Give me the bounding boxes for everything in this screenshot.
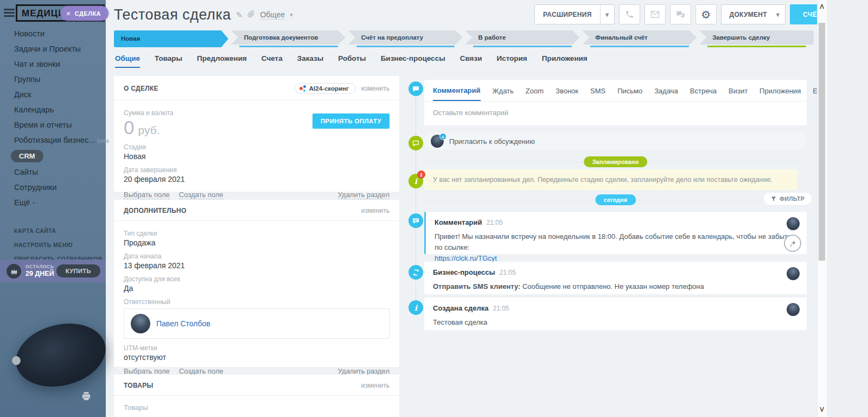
comment-input[interactable]: Оставьте комментарий (424, 102, 807, 125)
sidebar-item-more[interactable]: Ещё - (0, 195, 106, 210)
stage-new[interactable]: Новая (114, 30, 228, 47)
stage-final-invoice[interactable]: Финальный счёт (582, 30, 697, 47)
scroll-up-icon[interactable]: ᐱ (819, 3, 825, 10)
delete-section-link[interactable]: Удалить раздел (338, 191, 390, 199)
license-remaining: ОСТАЛОСЬ 29 ДНЕЙ (25, 264, 54, 277)
entry-bizproc-icon (409, 265, 423, 280)
utm-field: UTM-метки отсутствуют (124, 344, 390, 362)
stage-docs[interactable]: Подготовка документов (231, 30, 346, 47)
sidebar-item-time[interactable]: Время и отчеты (0, 117, 106, 132)
stage-close-deal[interactable]: Завершить сделку (699, 30, 814, 47)
sidebar-item-news[interactable]: Новости (0, 26, 106, 41)
document-caret-icon[interactable]: ▾ (771, 5, 785, 24)
email-button[interactable] (644, 4, 666, 24)
about-deal-card: О СДЕЛКЕ AI24-скоринг изменить Сумма и в… (114, 76, 399, 192)
sidebar-item-tasks[interactable]: Задачи и Проекты (0, 41, 106, 56)
call-button[interactable] (619, 4, 640, 24)
buy-button[interactable]: КУПИТЬ (56, 264, 100, 277)
about-edit-link[interactable]: изменить (361, 85, 390, 92)
entry-text: Отправить SMS клиенту: Сообщение не отпр… (433, 281, 798, 292)
sidebar-item-rpa[interactable]: Роботизация бизнес...beta (0, 132, 106, 148)
pin-button[interactable] (784, 235, 801, 252)
sitemap-link[interactable]: КАРТА САЙТА (14, 224, 103, 238)
settings-gear-icon[interactable]: ⚙ (695, 4, 717, 24)
tl-tab-comment[interactable]: Комментарий (433, 86, 481, 101)
tab-general[interactable]: Общие (115, 54, 140, 68)
tab-bizproc[interactable]: Бизнес-процессы (381, 54, 445, 68)
additional-edit-link[interactable]: изменить (361, 207, 390, 214)
public-field: Доступна для всех Да (124, 275, 390, 293)
timeline-entry-created: Создана сделка 21:05 Тестовая сделка (424, 298, 807, 330)
scroll-down-icon[interactable]: ᐯ (819, 406, 825, 413)
paperclip-icon[interactable] (247, 10, 255, 20)
close-icon[interactable]: × (66, 9, 71, 18)
responsible-name-link[interactable]: Павел Столбов (156, 319, 210, 328)
deal-category-link[interactable]: Общее (260, 10, 285, 20)
tl-tab-apps[interactable]: Приложения (760, 87, 801, 100)
create-field-link[interactable]: Создать поле (179, 191, 224, 199)
stage-prepay[interactable]: Счёт на предоплату (348, 30, 463, 47)
chat-button[interactable] (670, 4, 691, 24)
close-date-value[interactable]: 20 февраля 2021 (124, 175, 390, 184)
printer-icon[interactable] (81, 392, 91, 403)
tl-tab-mail[interactable]: Письмо (617, 87, 642, 100)
tab-products[interactable]: Товары (155, 54, 182, 68)
responsible-avatar[interactable] (131, 314, 150, 333)
tl-tab-task[interactable]: Задача (654, 87, 678, 100)
public-value[interactable]: Да (124, 284, 390, 293)
extensions-button[interactable]: РАСШИРЕНИЯ ▾ (534, 4, 615, 24)
entry-author-avatar[interactable] (787, 303, 800, 316)
invite-bubble-icon (409, 136, 423, 150)
products-edit-link[interactable]: изменить (361, 382, 390, 389)
add-person-icon: + (439, 133, 446, 140)
entry-author-avatar[interactable] (787, 267, 800, 280)
deal-type-value[interactable]: Продажа (124, 238, 390, 247)
tab-quotes[interactable]: Предложения (197, 54, 247, 68)
sidebar-item-disk[interactable]: Диск (0, 87, 106, 102)
configure-menu-link[interactable]: НАСТРОИТЬ МЕНЮ (14, 238, 103, 252)
tab-links[interactable]: Связи (460, 54, 482, 68)
start-date-value[interactable]: 13 февраля 2021 (124, 261, 390, 270)
category-caret-icon[interactable]: ▾ (290, 11, 293, 18)
timeline-entry-bizproc: Бизнес-процессы 21:05 Отправить SMS клие… (424, 262, 807, 294)
sidebar-item-groups[interactable]: Группы (0, 72, 106, 87)
entry-text: Тестовая сделка (433, 317, 798, 328)
tl-tab-visit[interactable]: Визит (729, 87, 748, 100)
crm-active-pill[interactable]: CRM (11, 150, 43, 162)
timeline-filter-button[interactable]: ФИЛЬТР (764, 193, 812, 205)
tl-tab-sms[interactable]: SMS (590, 87, 605, 100)
stage-inwork[interactable]: В работе (465, 30, 579, 47)
sidebar-item-calendar[interactable]: Календарь (0, 102, 106, 117)
entry-time: 21:05 (493, 305, 509, 312)
tl-tab-meeting[interactable]: Встреча (690, 87, 717, 100)
sidebar-item-chat[interactable]: Чат и звонки (0, 56, 106, 72)
invite-label: Пригласить к обсуждению (449, 137, 535, 146)
extensions-caret-icon[interactable]: ▾ (600, 5, 614, 24)
stage-value[interactable]: Новая (124, 152, 390, 161)
sidebar-item-sites[interactable]: Сайты (0, 165, 106, 180)
tab-history[interactable]: История (496, 54, 527, 68)
sidebar: МЕДИЦИНА × СДЕЛКА Новости Задачи и Проек… (0, 0, 106, 417)
tab-robots[interactable]: Роботы (338, 54, 366, 68)
scrollbar-thumb[interactable] (819, 23, 825, 261)
invite-discussion-bar[interactable]: + Пригласить к обсуждению (424, 132, 807, 150)
sidebar-item-employees[interactable]: Сотрудники (0, 180, 106, 195)
tl-tab-call[interactable]: Звонок (556, 87, 578, 100)
ai-scoring-badge[interactable]: AI24-скоринг (295, 83, 356, 94)
tl-tab-zoom[interactable]: Zoom (526, 87, 544, 100)
tl-tab-wait[interactable]: Ждать (493, 87, 514, 100)
document-button[interactable]: ДОКУМЕНТ ▾ (721, 4, 786, 24)
tab-invoices[interactable]: Счета (261, 54, 283, 68)
tab-orders[interactable]: Заказы (297, 54, 324, 68)
page-title: Тестовая сделка (114, 7, 231, 23)
edit-title-icon[interactable]: ✎ (236, 10, 243, 20)
sidebar-item-crm[interactable]: CRM (0, 148, 106, 165)
deal-tab-pill[interactable]: × СДЕЛКА (61, 6, 108, 21)
hamburger-menu-icon[interactable] (4, 9, 15, 17)
entry-author-avatar[interactable] (787, 217, 800, 230)
accept-payment-button[interactable]: ПРИНЯТЬ ОПЛАТУ (312, 113, 390, 129)
tab-apps[interactable]: Приложения (542, 54, 588, 68)
no-activities-notice: У вас нет запланированных дел. Передвинь… (424, 169, 797, 190)
select-field-link[interactable]: Выбрать поле (124, 191, 170, 199)
right-rail: ? Нет контактов (827, 0, 868, 417)
